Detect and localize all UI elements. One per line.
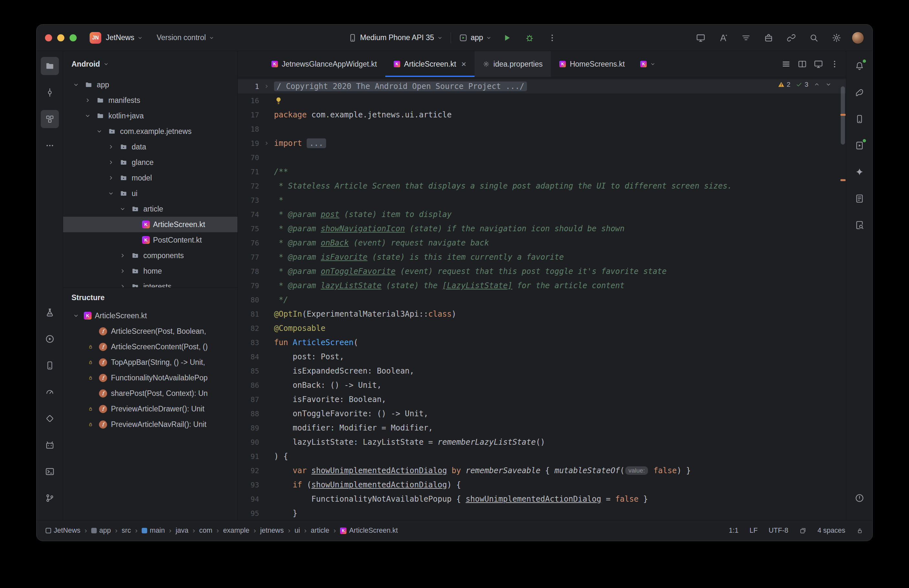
fold-arrow-icon[interactable] (259, 84, 274, 89)
chevron-down-icon[interactable] (107, 190, 115, 197)
chevron-right-icon[interactable] (118, 283, 127, 287)
code-line-93[interactable]: 93 if (showUnimplementedActionDialog) { (238, 478, 846, 492)
code-line-88[interactable]: 88 onToggleFavorite: () -> Unit, (238, 407, 846, 421)
code-line-75[interactable]: 75 * @param showNavigationIcon (state) i… (238, 221, 846, 236)
intention-bulb-icon[interactable] (274, 96, 283, 105)
notifications-button[interactable] (851, 57, 869, 75)
run-button[interactable] (499, 31, 514, 45)
tree-item-com-example-jetnews[interactable]: com.example.jetnews (63, 124, 237, 139)
vcs-menu[interactable]: Version control (157, 33, 215, 42)
close-window-button[interactable] (45, 34, 52, 41)
chevron-right-icon[interactable] (107, 144, 115, 150)
editor-options-button[interactable] (830, 59, 840, 69)
breadcrumb-item-src[interactable]: src (122, 527, 131, 535)
debug-button[interactable] (522, 31, 537, 45)
code-line-94[interactable]: 94 FunctionalityNotAvailablePopup { show… (238, 492, 846, 506)
tree-item-manifests[interactable]: manifests (63, 92, 237, 108)
tree-item-data[interactable]: data (63, 139, 237, 155)
project-button[interactable] (41, 57, 59, 75)
breadcrumb-item-article[interactable]: article (311, 527, 329, 535)
split-editor-button[interactable] (798, 59, 807, 69)
tree-item-ui[interactable]: ui (63, 186, 237, 201)
breadcrumb-item-jetnews[interactable]: jetnews (260, 527, 284, 535)
screen-share-icon[interactable] (799, 527, 806, 534)
previous-problem-button[interactable] (814, 81, 820, 88)
problems-button[interactable] (851, 489, 869, 507)
line-separator[interactable]: LF (749, 527, 757, 535)
view-options-button[interactable] (738, 31, 753, 45)
structure-item-functionalitynotavailablepop[interactable]: fFunctionalityNotAvailablePop (63, 370, 237, 386)
app-quality-insights-button[interactable] (851, 189, 869, 208)
user-avatar[interactable] (852, 32, 864, 44)
device-selector[interactable]: Medium Phone API 35 (348, 33, 443, 42)
code-line-17[interactable]: 17package com.example.jetnews.ui.article (238, 108, 846, 122)
code-line-79[interactable]: 79 * @param lazyListState (state) the [L… (238, 278, 846, 293)
breadcrumb-item-app[interactable]: app (91, 527, 111, 535)
app-inspection-button[interactable] (41, 409, 59, 428)
project-view-selector[interactable]: Android (63, 51, 237, 77)
code-line-74[interactable]: 74 * @param post (state) item to display (238, 207, 846, 221)
commit-button[interactable] (41, 84, 59, 102)
code-line-83[interactable]: 83fun ArticleScreen( (238, 335, 846, 350)
warning-stripe-mark[interactable] (840, 179, 846, 181)
device-manager-button[interactable] (41, 356, 59, 375)
chevron-down-icon[interactable] (118, 206, 127, 212)
search-button[interactable] (806, 31, 821, 45)
sync-button[interactable] (784, 31, 799, 45)
settings-button[interactable] (829, 31, 844, 45)
code-line-82[interactable]: 82@Composable (238, 321, 846, 335)
code-line-72[interactable]: 72 * Stateless Article Screen that displ… (238, 179, 846, 193)
warnings-indicator[interactable]: 2 (778, 81, 791, 88)
device-manager-button[interactable] (851, 110, 869, 128)
code-line-81[interactable]: 81@OptIn(ExperimentalMaterial3Api::class… (238, 307, 846, 321)
code-line-71[interactable]: 71/** (238, 165, 846, 179)
code-line-16[interactable]: 16 (238, 94, 846, 108)
gemini-button[interactable] (851, 163, 869, 181)
more-tool-windows-button[interactable] (41, 136, 59, 155)
write-access-lock-icon[interactable] (856, 527, 864, 534)
device-streaming-button[interactable] (693, 31, 708, 45)
code-editor[interactable]: 1/ Copyright 2020 The Android Open Sourc… (238, 77, 846, 520)
chevron-down-icon[interactable] (95, 128, 104, 134)
tree-item-glance[interactable]: glance (63, 155, 237, 170)
ai-assistant-button[interactable] (716, 31, 731, 45)
breadcrumb-item-com[interactable]: com (199, 527, 213, 535)
profiler-button[interactable] (41, 383, 59, 401)
tree-item-components[interactable]: components (63, 248, 237, 263)
chevron-right-icon[interactable] (107, 159, 115, 166)
next-problem-button[interactable] (825, 81, 832, 88)
chevron-right-icon[interactable] (118, 268, 127, 274)
terminal-button[interactable] (41, 462, 59, 481)
code-line-95[interactable]: 95 } (238, 506, 846, 520)
code-line-90[interactable]: 90 lazyListState: LazyListState = rememb… (238, 435, 846, 449)
editor-scrollbar[interactable] (840, 77, 846, 520)
code-line-84[interactable]: 84 post: Post, (238, 350, 846, 364)
tree-item-article[interactable]: article (63, 201, 237, 217)
tree-item-articlescreen-kt[interactable]: KArticleScreen.kt (63, 217, 237, 232)
services-button[interactable] (41, 330, 59, 348)
running-devices-button[interactable] (851, 136, 869, 155)
structure-item-topappbar-string-unit[interactable]: fTopAppBar(String, () -> Unit, (63, 354, 237, 370)
structure-button[interactable] (41, 110, 59, 128)
chevron-right-icon[interactable] (118, 252, 127, 259)
inspections-widget[interactable]: 2 3 (778, 81, 832, 88)
structure-item-articlescreencontent-post[interactable]: fArticleScreenContent(Post, () (63, 339, 237, 354)
build-variants-button[interactable] (41, 304, 59, 321)
breadcrumb-item-main[interactable]: main (142, 527, 165, 535)
chevron-down-icon[interactable] (83, 113, 92, 119)
code-line-1[interactable]: 1/ Copyright 2020 The Android Open Sourc… (238, 79, 846, 94)
breadcrumb-item-jetnews[interactable]: JetNews (45, 527, 80, 535)
breadcrumb-item-example[interactable]: example (223, 527, 249, 535)
code-line-19[interactable]: 19import ... (238, 136, 846, 150)
code-line-73[interactable]: 73 * (238, 193, 846, 207)
indent-config[interactable]: 4 spaces (817, 527, 845, 535)
minimize-window-button[interactable] (57, 34, 65, 41)
cursor-position[interactable]: 1:1 (729, 527, 738, 535)
tree-item-model[interactable]: model (63, 170, 237, 186)
code-line-85[interactable]: 85 isExpandedScreen: Boolean, (238, 364, 846, 378)
passed-indicator[interactable]: 3 (796, 81, 808, 88)
tab-articlescreen-kt[interactable]: KArticleScreen.kt× (385, 51, 475, 77)
tab-idea-properties[interactable]: idea.properties (475, 51, 551, 77)
editor-preview-button[interactable] (814, 59, 823, 69)
logcat-button[interactable] (41, 436, 59, 454)
